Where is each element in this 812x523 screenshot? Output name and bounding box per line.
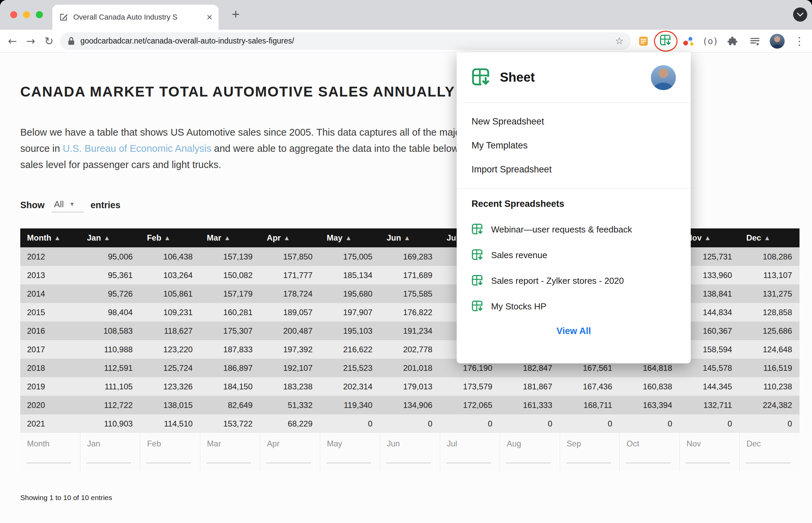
recent-spreadsheet-item[interactable]: My Stocks HP xyxy=(471,293,676,319)
column-header-month[interactable]: Month▲ xyxy=(20,229,80,247)
spreadsheet-icon xyxy=(471,275,484,287)
molecule-extension-button[interactable] xyxy=(680,33,696,49)
cell-apr: 51,332 xyxy=(260,396,320,414)
filter-input-aug[interactable] xyxy=(506,438,551,463)
sort-asc-icon: ▲ xyxy=(285,235,289,241)
minimize-window-button[interactable] xyxy=(23,11,30,18)
spreadsheet-icon xyxy=(471,249,484,261)
url-bar[interactable]: goodcarbadcar.net/canada-overall-auto-in… xyxy=(60,32,631,50)
traffic-lights xyxy=(10,11,43,18)
cell-feb: 118,627 xyxy=(140,322,200,340)
cell-nov: 0 xyxy=(679,414,739,433)
filter-cell xyxy=(440,433,500,471)
table-row-2020: 2020112,722138,01582,64951,332119,340134… xyxy=(20,396,799,414)
cell-dec: 128,858 xyxy=(739,303,799,322)
cell-apr: 68,229 xyxy=(260,414,320,433)
bookmark-star-icon[interactable]: ☆ xyxy=(615,35,623,47)
cell-may: 195,680 xyxy=(320,285,380,303)
column-header-feb[interactable]: Feb▲ xyxy=(140,229,200,247)
cell-jun: 191,234 xyxy=(380,322,440,340)
show-label: Show xyxy=(20,200,45,211)
cell-mar: 150,082 xyxy=(200,266,260,285)
profile-avatar[interactable] xyxy=(770,33,785,49)
cell-may: 216,622 xyxy=(320,340,380,359)
filter-cell xyxy=(140,433,200,471)
cell-jun: 0 xyxy=(380,414,440,433)
filter-input-month[interactable] xyxy=(27,438,71,463)
cell-feb: 123,326 xyxy=(140,377,200,396)
filter-input-nov[interactable] xyxy=(686,438,730,463)
lock-icon xyxy=(68,36,75,46)
filter-input-jun[interactable] xyxy=(386,438,431,463)
view-all-link[interactable]: View All xyxy=(457,319,691,346)
column-header-jan[interactable]: Jan▲ xyxy=(80,229,140,247)
cell-oct: 0 xyxy=(620,414,679,433)
cell-may: 215,523 xyxy=(320,359,380,377)
tab-overflow-chevron-icon[interactable] xyxy=(793,7,807,22)
cell-dec: 113,107 xyxy=(739,266,799,285)
bea-link[interactable]: U.S. Bureau of Economic Analysis xyxy=(63,143,211,154)
sheet-extension-button[interactable] xyxy=(658,33,674,49)
popup-title: Sheet xyxy=(500,70,535,85)
column-header-may[interactable]: May▲ xyxy=(320,229,380,247)
sort-asc-icon: ▲ xyxy=(706,235,710,241)
close-window-button[interactable] xyxy=(10,11,17,18)
cell-feb: 125,724 xyxy=(140,359,200,377)
filter-input-sep[interactable] xyxy=(566,438,611,463)
filter-cell xyxy=(80,433,140,471)
extensions-puzzle-button[interactable] xyxy=(725,33,740,49)
column-header-dec[interactable]: Dec▲ xyxy=(739,229,799,247)
cell-may: 0 xyxy=(320,414,380,433)
filter-input-apr[interactable] xyxy=(266,438,311,463)
tab-title: Overall Canada Auto Industry S xyxy=(73,13,204,22)
filter-input-oct[interactable] xyxy=(626,438,671,463)
cell-nov: 144,345 xyxy=(679,377,739,396)
entries-select[interactable]: All ▲ xyxy=(51,198,84,212)
sort-asc-icon: ▲ xyxy=(405,235,409,241)
sort-asc-icon: ▲ xyxy=(55,235,59,241)
entries-label: entries xyxy=(90,200,121,211)
avatar xyxy=(770,34,785,49)
recent-spreadsheet-item[interactable]: Sales revenue xyxy=(471,242,676,268)
column-header-mar[interactable]: Mar▲ xyxy=(200,229,260,247)
recent-spreadsheet-item[interactable]: Sales report - Zylker stores - 2020 xyxy=(471,268,676,293)
menu-item-my-templates[interactable]: My Templates xyxy=(457,133,691,158)
column-header-apr[interactable]: Apr▲ xyxy=(260,229,320,247)
target-extension-button[interactable]: (o) xyxy=(703,33,718,49)
filter-input-jul[interactable] xyxy=(446,438,491,463)
cell-dec: 108,286 xyxy=(739,247,799,266)
new-tab-button[interactable]: + xyxy=(227,5,244,23)
reload-button[interactable]: ↻ xyxy=(40,32,58,50)
filter-input-feb[interactable] xyxy=(146,438,191,463)
filter-input-jan[interactable] xyxy=(86,438,131,463)
column-header-jun[interactable]: Jun▲ xyxy=(380,229,440,247)
filter-cell xyxy=(200,433,260,471)
cell-may: 175,005 xyxy=(320,247,380,266)
menu-item-import-spreadsheet[interactable]: Import Spreadsheet xyxy=(457,158,691,182)
filter-input-mar[interactable] xyxy=(206,438,251,463)
cell-apr: 183,238 xyxy=(260,377,320,396)
recent-spreadsheet-item[interactable]: Webinar—user requests & feedback xyxy=(471,217,676,242)
forward-button[interactable]: → xyxy=(22,32,40,50)
cell-jun: 179,013 xyxy=(380,377,440,396)
reading-list-button[interactable] xyxy=(747,33,763,49)
tab-close-icon[interactable]: × xyxy=(206,12,212,22)
filter-input-dec[interactable] xyxy=(746,438,790,463)
filter-input-may[interactable] xyxy=(326,438,371,463)
back-button[interactable]: ← xyxy=(3,32,22,50)
notebook-extension-button[interactable] xyxy=(636,33,651,49)
cell-jan: 98,404 xyxy=(80,303,140,322)
cell-dec: 110,238 xyxy=(739,377,799,396)
browser-tab[interactable]: Overall Canada Auto Industry S × xyxy=(52,5,219,30)
table-filter-row xyxy=(20,433,799,471)
cell-jan: 111,105 xyxy=(80,377,140,396)
popup-header: Sheet xyxy=(457,52,691,103)
cell-mar: 187,833 xyxy=(200,340,260,359)
browser-menu-button[interactable]: ⋮ xyxy=(792,33,807,49)
cell-apr: 178,724 xyxy=(260,285,320,303)
zoom-window-button[interactable] xyxy=(36,11,43,18)
popup-avatar[interactable] xyxy=(651,65,676,90)
menu-item-new-spreadsheet[interactable]: New Spreadsheet xyxy=(457,110,691,133)
sheet-extension-popup: Sheet New SpreadsheetMy TemplatesImport … xyxy=(457,52,691,363)
cell-aug: 161,333 xyxy=(500,396,560,414)
